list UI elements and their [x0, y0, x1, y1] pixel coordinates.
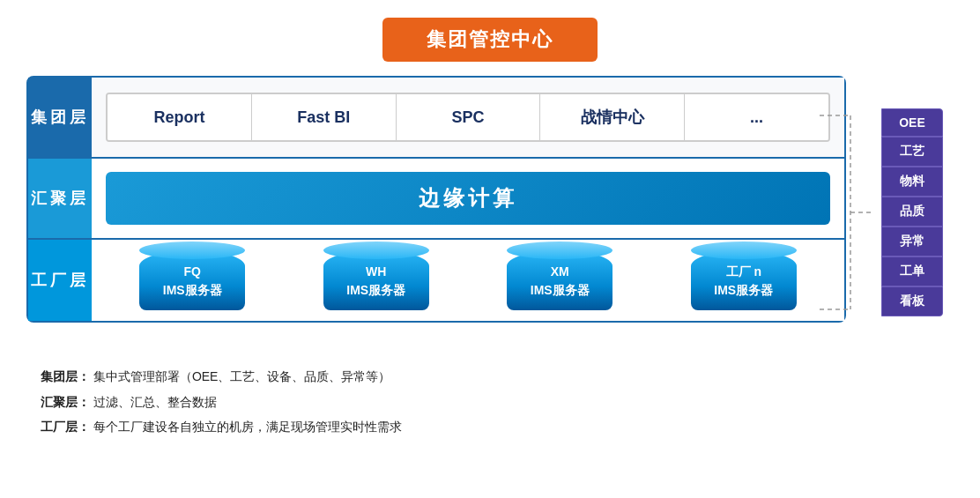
db-factory-n: 工厂 nIMS服务器 [691, 250, 797, 310]
desc-group-bold: 集团层： [41, 369, 90, 383]
aggregation-layer-content: 边缘计算 [92, 159, 844, 238]
right-panel-kanban: 看板 [881, 286, 943, 316]
factory-layer-row: 工厂层 FQIMS服务器 WHIMS服务器 [28, 240, 844, 321]
group-layer-label: 集团层 [28, 78, 92, 157]
edge-computing-bar: 边缘计算 [106, 172, 830, 225]
top-center-area: 集团管控中心 [26, 18, 954, 62]
right-panel-workorder: 工单 [881, 256, 943, 286]
card-report: Report [108, 94, 252, 140]
group-layer-content: Report Fast BI SPC 战情中心 ... [92, 78, 844, 157]
right-panel-material: 物料 [881, 167, 943, 197]
right-panel-quality: 品质 [881, 197, 943, 227]
aggregation-layer-row: 汇聚层 边缘计算 [28, 159, 844, 240]
db-fq: FQIMS服务器 [139, 250, 245, 310]
group-control-center-btn[interactable]: 集团管控中心 [382, 18, 598, 62]
db-cylinder-n: 工厂 nIMS服务器 [691, 250, 797, 310]
arch-box: 集团层 Report Fast BI SPC 战情中心 ... 汇聚层 [26, 76, 846, 323]
desc-agg-bold: 汇聚层： [41, 395, 90, 409]
db-wh: WHIMS服务器 [323, 250, 429, 310]
db-cylinder-xm: XMIMS服务器 [507, 250, 612, 310]
factory-layer-label: 工厂层 [28, 240, 92, 321]
db-text-xm: XMIMS服务器 [531, 264, 590, 297]
connector-lines [820, 76, 881, 349]
desc-group-text: 集中式管理部署（OEE、工艺、设备、品质、异常等） [93, 369, 391, 383]
group-layer-row: 集团层 Report Fast BI SPC 战情中心 ... [28, 78, 844, 159]
db-cylinder-fq: FQIMS服务器 [139, 250, 245, 310]
db-xm: XMIMS服务器 [507, 250, 612, 310]
descriptions: 集团层： 集中式管理部署（OEE、工艺、设备、品质、异常等） 汇聚层： 过滤、汇… [26, 365, 954, 439]
desc-factory-bold: 工厂层： [41, 420, 90, 434]
main-container: 集团管控中心 集团层 Report Fast BI SPC 战情中心 ... [0, 0, 980, 498]
db-items: FQIMS服务器 WHIMS服务器 XMIMS服务器 [106, 250, 830, 310]
db-cylinder-wh: WHIMS服务器 [323, 250, 429, 310]
card-spc: SPC [397, 94, 541, 140]
card-fastbi: Fast BI [252, 94, 397, 140]
group-cards-row: Report Fast BI SPC 战情中心 ... [106, 93, 830, 142]
desc-agg-text: 过滤、汇总、整合数据 [93, 395, 217, 409]
factory-layer-content: FQIMS服务器 WHIMS服务器 XMIMS服务器 [92, 240, 844, 321]
db-text-wh: WHIMS服务器 [346, 264, 405, 297]
right-panel-craft: 工艺 [881, 137, 943, 167]
desc-factory: 工厂层： 每个工厂建设各自独立的机房，满足现场管理实时性需求 [41, 415, 954, 439]
card-more: ... [685, 94, 828, 140]
desc-aggregation: 汇聚层： 过滤、汇总、整合数据 [41, 390, 954, 414]
desc-group: 集团层： 集中式管理部署（OEE、工艺、设备、品质、异常等） [41, 365, 954, 389]
arch-wrapper: 集团层 Report Fast BI SPC 战情中心 ... 汇聚层 [26, 76, 954, 349]
db-text-n: 工厂 nIMS服务器 [714, 264, 773, 297]
right-panel-oee: OEE [881, 108, 943, 137]
right-panel: OEE 工艺 物料 品质 异常 工单 看板 [881, 108, 943, 316]
desc-factory-text: 每个工厂建设各自独立的机房，满足现场管理实时性需求 [93, 420, 402, 434]
card-war-room: 战情中心 [540, 94, 685, 140]
db-text-fq: FQIMS服务器 [163, 264, 222, 297]
aggregation-layer-label: 汇聚层 [28, 159, 92, 238]
right-panel-abnormal: 异常 [881, 227, 943, 256]
arch-main: 集团层 Report Fast BI SPC 战情中心 ... 汇聚层 [26, 76, 820, 323]
